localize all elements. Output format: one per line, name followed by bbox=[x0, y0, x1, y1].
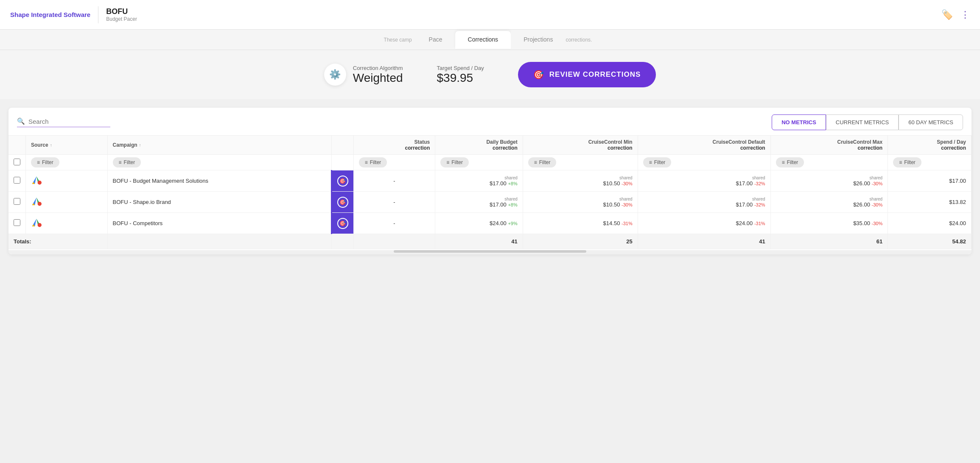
cc-max-cell: shared $26.00 -30% bbox=[770, 170, 888, 192]
spend-day-cell: $13.82 bbox=[888, 192, 972, 213]
algorithm-value: Weighted bbox=[353, 71, 403, 85]
filter-icon: ≡ bbox=[365, 159, 368, 165]
action-button[interactable]: 🎯 bbox=[337, 176, 348, 187]
source-filter-button[interactable]: ≡ Filter bbox=[31, 157, 59, 167]
table-toolbar: 🔍 NO METRICS CURRENT METRICS 60 DAY METR… bbox=[8, 108, 972, 136]
search-icon: 🔍 bbox=[17, 117, 25, 125]
cc-min-cell: $14.50 -31% bbox=[523, 213, 638, 234]
daily-budget-change: +8% bbox=[508, 181, 517, 186]
section-title: BOFU bbox=[106, 7, 137, 17]
cc-min-cell: shared $10.50 -30% bbox=[523, 170, 638, 192]
cc-min-change: -31% bbox=[622, 221, 633, 226]
row-checkbox-cell bbox=[8, 213, 26, 234]
filter-icon: ≡ bbox=[119, 159, 122, 165]
app-name[interactable]: Shape Integrated Software bbox=[10, 11, 90, 18]
totals-status-cell bbox=[353, 234, 435, 249]
section-subtitle: Budget Pacer bbox=[106, 16, 137, 22]
tab-pace[interactable]: Pace bbox=[416, 31, 455, 49]
action-button[interactable]: 🎯 bbox=[337, 218, 348, 229]
status-filter-button[interactable]: ≡ Filter bbox=[359, 157, 387, 167]
totals-label-cell: Totals: bbox=[8, 234, 107, 249]
action-filter-cell bbox=[331, 155, 353, 170]
campaign-filter-button[interactable]: ≡ Filter bbox=[113, 157, 141, 167]
cc-min-filter-button[interactable]: ≡ Filter bbox=[528, 157, 557, 167]
app-section: BOFU Budget Pacer bbox=[106, 7, 137, 22]
no-metrics-toggle[interactable]: NO METRICS bbox=[772, 114, 826, 130]
daily-budget-cell: $24.00 +9% bbox=[435, 213, 523, 234]
search-input[interactable] bbox=[28, 118, 105, 125]
table-row: BOFU - Competitors 🎯 - $24.00 +9% $14.50… bbox=[8, 213, 972, 234]
action-header bbox=[331, 136, 353, 155]
cc-min-shared-label: shared bbox=[619, 176, 633, 180]
campaign-sort-icon[interactable]: ↑ bbox=[139, 143, 141, 148]
cc-min-value: $10.50 -30% bbox=[603, 180, 633, 187]
spend-day-value: $17.00 bbox=[949, 178, 966, 184]
tab-note-suffix: corrections. bbox=[566, 37, 592, 43]
totals-daily-budget-cell: 41 bbox=[435, 234, 523, 249]
cc-default-cell: $24.00 -31% bbox=[638, 213, 770, 234]
status-value: - bbox=[393, 220, 395, 226]
filter-row: ≡ Filter ≡ Filter ≡ Filter bbox=[8, 155, 972, 170]
target-icon: 🎯 bbox=[533, 70, 544, 80]
tab-projections[interactable]: Projections bbox=[511, 31, 566, 49]
cc-default-filter-cell: ≡ Filter bbox=[638, 155, 770, 170]
status-cell: - bbox=[353, 170, 435, 192]
campaign-name: BOFU - Competitors bbox=[113, 220, 163, 226]
spend-day-filter-cell: ≡ Filter bbox=[888, 155, 972, 170]
current-metrics-toggle[interactable]: CURRENT METRICS bbox=[826, 114, 899, 130]
totals-spend-day-cell: 54.82 bbox=[888, 234, 972, 249]
review-corrections-button[interactable]: 🎯 REVIEW CORRECTIONS bbox=[518, 62, 656, 87]
cc-default-filter-button[interactable]: ≡ Filter bbox=[643, 157, 672, 167]
cc-min-filter-cell: ≡ Filter bbox=[523, 155, 638, 170]
cc-default-cell: shared $17.00 -32% bbox=[638, 170, 770, 192]
select-all-checkbox[interactable] bbox=[14, 159, 20, 165]
target-dot-icon: 🎯 bbox=[339, 178, 346, 184]
table-header-row: Source ↑ Campaign ↑ Status bbox=[8, 136, 972, 155]
campaign-cell: BOFU - Competitors bbox=[107, 213, 331, 234]
status-value: - bbox=[393, 178, 395, 184]
tab-corrections[interactable]: Corrections bbox=[455, 31, 511, 49]
filter-icon: ≡ bbox=[899, 159, 902, 165]
algorithm-info: Correction Algorithm Weighted bbox=[353, 65, 403, 85]
cc-max-change: -30% bbox=[872, 181, 883, 186]
campaign-name: BOFU - Budget Management Solutions bbox=[113, 178, 208, 184]
cc-default-value: $17.00 -32% bbox=[736, 201, 765, 208]
tag-icon[interactable]: 🏷️ bbox=[941, 9, 953, 20]
cc-min-shared-label: shared bbox=[619, 197, 633, 201]
row-checkbox[interactable] bbox=[14, 198, 20, 205]
cc-max-filter-button[interactable]: ≡ Filter bbox=[776, 157, 804, 167]
tab-note: These camp bbox=[384, 37, 412, 43]
status-filter-cell: ≡ Filter bbox=[353, 155, 435, 170]
cc-default-change: -32% bbox=[754, 202, 765, 207]
source-sort-icon[interactable]: ↑ bbox=[50, 143, 52, 148]
cc-default-change: -31% bbox=[754, 221, 765, 226]
daily-budget-change: +8% bbox=[508, 202, 517, 207]
action-button[interactable]: 🎯 bbox=[337, 197, 348, 208]
daily-budget-filter-button[interactable]: ≡ Filter bbox=[440, 157, 469, 167]
scrollbar-thumb[interactable] bbox=[394, 250, 586, 253]
filter-icon: ≡ bbox=[446, 159, 449, 165]
status-cell: - bbox=[353, 213, 435, 234]
svg-point-3 bbox=[38, 202, 42, 206]
target-dot-icon: 🎯 bbox=[339, 199, 346, 205]
spend-day-cell: $24.00 bbox=[888, 213, 972, 234]
more-icon[interactable]: ⋮ bbox=[960, 9, 970, 20]
row-checkbox[interactable] bbox=[14, 219, 20, 226]
campaign-header: Campaign ↑ bbox=[107, 136, 331, 155]
row-checkbox-cell bbox=[8, 192, 26, 213]
spend-day-header: Spend / Day correction bbox=[888, 136, 972, 155]
row-checkbox[interactable] bbox=[14, 177, 20, 184]
spend-day-filter-button[interactable]: ≡ Filter bbox=[893, 157, 921, 167]
cc-min-value: $14.50 -31% bbox=[603, 220, 633, 226]
metrics-bar: ⚙️ Correction Algorithm Weighted Target … bbox=[0, 50, 980, 99]
cc-max-cell: $35.00 -30% bbox=[770, 213, 888, 234]
app-header: Shape Integrated Software BOFU Budget Pa… bbox=[0, 0, 980, 30]
cc-default-value: $17.00 -32% bbox=[736, 180, 765, 187]
main-content: 🔍 NO METRICS CURRENT METRICS 60 DAY METR… bbox=[0, 99, 980, 263]
table-row: BOFU - Shape.io Brand 🎯 - shared $17.00 … bbox=[8, 192, 972, 213]
gear-icon[interactable]: ⚙️ bbox=[324, 64, 346, 86]
cc-min-change: -30% bbox=[622, 181, 633, 186]
table-container: 🔍 NO METRICS CURRENT METRICS 60 DAY METR… bbox=[8, 108, 972, 254]
60day-metrics-toggle[interactable]: 60 DAY METRICS bbox=[899, 114, 963, 130]
google-ads-icon bbox=[31, 181, 42, 187]
